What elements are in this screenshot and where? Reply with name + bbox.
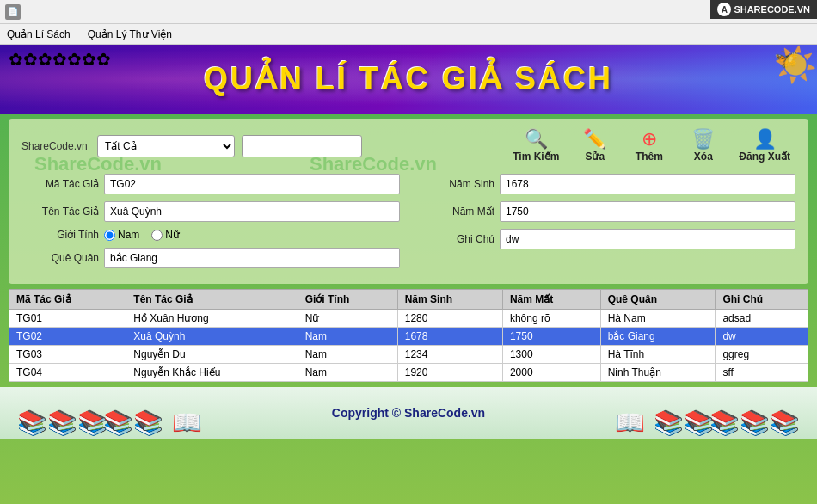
footer-copyright: Copyright © ShareCode.vn [332,406,485,420]
tim-kiem-button[interactable]: 🔍 Tim Kiếm [507,127,564,165]
table-row[interactable]: TG01 Hồ Xuân Hương Nữ 1280 không rõ Hà N… [9,310,808,328]
cell-id: TG04 [9,364,126,382]
sc-logo-text: SHARECODE.VN [734,4,810,15]
nam-mat-row: Năm Mất [417,201,796,222]
header-banner: ✿✿✿✿✿✿✿ QUẢN LÍ TÁC GIẢ SÁCH 🦋 ☀️ [0,45,817,114]
cell-nam-sinh: 1678 [397,328,502,346]
col-ten-tac-gia: Tên Tác Giả [126,290,298,310]
xoa-button[interactable]: 🗑️ Xóa [679,127,727,165]
table-row[interactable]: TG04 Nguyễn Khắc Hiếu Nam 1920 2000 Ninh… [9,364,808,382]
cell-gioi-tinh: Nữ [298,310,397,328]
col-nam-sinh: Năm Sinh [397,290,502,310]
col-ma-tac-gia: Mã Tác Giả [9,290,126,310]
filter-watermark-label: ShareCode.vn [22,140,90,152]
cell-que-quan: Hà Nam [600,310,716,328]
cell-gioi-tinh: Nam [298,328,397,346]
table-body: TG01 Hồ Xuân Hương Nữ 1280 không rõ Hà N… [9,310,808,382]
que-quan-input[interactable] [104,248,400,268]
cell-nam-mat: 1750 [502,328,600,346]
data-table: Mã Tác Giả Tên Tác Giả Giới Tính Năm Sin… [9,289,808,382]
cell-ghi-chu: ggreg [716,346,808,364]
page-title: QUẢN LÍ TÁC GIẢ SÁCH [204,61,613,97]
que-quan-row: Quê Quân [22,248,400,268]
nam-sinh-label: Năm Sinh [417,178,494,190]
gioi-tinh-label: Giới Tính [22,229,99,241]
footer: 📚📚📚 📚📚 📖 Copyright © ShareCode.vn 📚📚📚 📚📚… [0,387,817,439]
ghi-chu-input[interactable] [500,229,796,249]
ten-tac-gia-input[interactable] [104,201,400,222]
filter-select[interactable]: Tất Cả Mã Tác Giả Tên Tác Giả [97,135,235,157]
nam-sinh-input[interactable] [500,174,796,194]
col-nam-mat: Năm Mất [502,290,600,310]
dang-xuat-button[interactable]: 👤 Đăng Xuất [734,127,796,165]
radio-nam-input[interactable] [104,230,115,241]
search-icon: 🔍 [525,130,548,149]
cell-que-quan: Hà Tĩnh [600,346,716,364]
radio-nu[interactable]: Nữ [151,229,180,241]
radio-nu-label: Nữ [165,229,180,241]
cell-ghi-chu: dw [716,328,808,346]
cell-que-quan: bắc Giang [600,328,716,346]
radio-nam-label: Nam [118,229,139,241]
col-ghi-chu: Ghi Chú [716,290,808,310]
menu-bar: Quản Lí Sách Quản Lý Thư Viện [0,24,817,45]
sharecode-logo: A SHARECODE.VN [710,0,817,19]
que-quan-label: Quê Quân [22,252,99,264]
cell-ten: Xuâ Quỳnh [126,328,298,346]
cell-nam-sinh: 1280 [397,310,502,328]
fields-right: Năm Sinh Năm Mất Ghi Chú [417,174,796,275]
cell-ghi-chu: sff [716,364,808,382]
sua-button[interactable]: ✏️ Sửa [571,127,618,165]
cell-ten: Nguyễn Khắc Hiếu [126,364,298,382]
toolbar-row: ShareCode.vn Tất Cả Mã Tác Giả Tên Tác G… [22,127,796,165]
ma-tac-gia-label: Mã Tác Giả [22,178,99,190]
cell-ten: Nguyễn Du [126,346,298,364]
table-row[interactable]: TG03 Nguyễn Du Nam 1234 1300 Hà Tĩnh ggr… [9,346,808,364]
sua-label: Sửa [585,151,605,163]
book-decor-right2: 📚📚 [654,409,714,437]
book-decor-left2: 📚📚 [103,409,163,437]
nam-sinh-row: Năm Sinh [417,174,796,194]
menu-quan-li-sach[interactable]: Quản Lí Sách [3,27,74,42]
xoa-label: Xóa [694,151,713,163]
main-content: ✿✿✿✿✿✿✿ QUẢN LÍ TÁC GIẢ SÁCH 🦋 ☀️ ShareC… [0,45,817,504]
fields-left: Mã Tác Giả Tên Tác Giả Giới Tính Nam [22,174,400,275]
them-label: Thêm [636,151,663,163]
book-decor-right: 📚📚📚 [710,409,800,437]
menu-quan-ly-thu-vien[interactable]: Quản Lý Thư Viện [84,27,175,42]
gioi-tinh-radio-group: Nam Nữ [104,229,180,241]
ten-tac-gia-label: Tên Tác Giả [22,206,99,218]
nam-mat-label: Năm Mất [417,206,494,218]
radio-nam[interactable]: Nam [104,229,139,241]
edit-icon: ✏️ [583,130,606,149]
cell-ten: Hồ Xuân Hương [126,310,298,328]
cell-gioi-tinh: Nam [298,364,397,382]
radio-nu-input[interactable] [151,230,163,241]
cell-nam-sinh: 1920 [397,364,502,382]
flower-decor-left: ✿✿✿✿✿✿✿ [9,49,111,70]
search-input[interactable] [242,135,362,157]
fields-area: Mã Tác Giả Tên Tác Giả Giới Tính Nam [22,174,796,275]
sun-decor: ☀️ [774,45,817,85]
table-row[interactable]: TG02 Xuâ Quỳnh Nam 1678 1750 bắc Giang d… [9,328,808,346]
cell-nam-mat: 2000 [502,364,600,382]
dang-xuat-label: Đăng Xuất [739,151,790,163]
table-header-row: Mã Tác Giả Tên Tác Giả Giới Tính Năm Sin… [9,290,808,310]
book-decor-right3: 📖 [615,409,645,437]
cell-que-quan: Ninh Thuận [600,364,716,382]
ten-tac-gia-row: Tên Tác Giả [22,201,400,222]
col-que-quan: Quê Quân [600,290,716,310]
them-button[interactable]: ⊕ Thêm [625,127,673,165]
cell-id: TG01 [9,310,126,328]
add-icon: ⊕ [642,130,657,149]
tim-kiem-label: Tim Kiếm [513,151,559,163]
app-icon: 📄 [5,4,21,20]
cell-ghi-chu: adsad [716,310,808,328]
nam-mat-input[interactable] [500,201,796,222]
cell-nam-mat: không rõ [502,310,600,328]
book-decor-left: 📚📚📚 [17,409,108,437]
cell-nam-sinh: 1234 [397,346,502,364]
cell-nam-mat: 1300 [502,346,600,364]
cell-gioi-tinh: Nam [298,346,397,364]
ma-tac-gia-input[interactable] [104,174,400,194]
